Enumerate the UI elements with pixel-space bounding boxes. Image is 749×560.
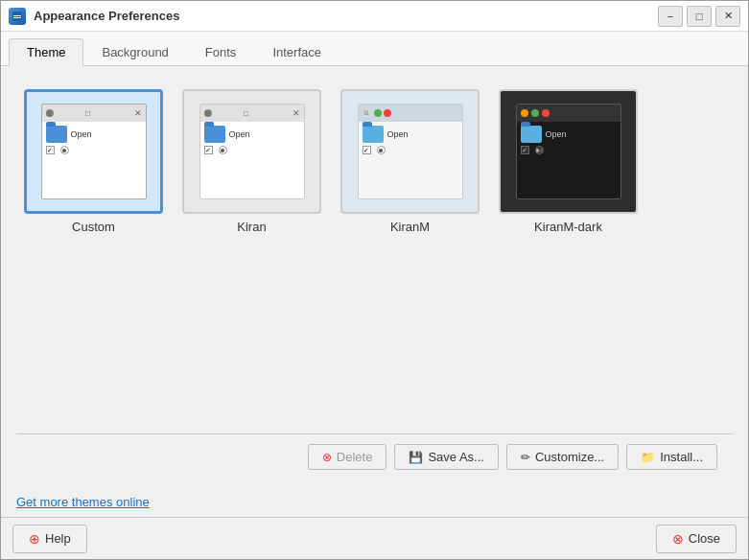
svg-rect-2 [13, 17, 21, 18]
close-label: Close [689, 531, 720, 546]
delete-button[interactable]: ⊗ Delete [308, 444, 387, 470]
delete-icon: ⊗ [322, 451, 332, 464]
tab-interface[interactable]: Interface [254, 38, 339, 66]
install-button[interactable]: 📁 Install... [626, 444, 717, 470]
inner-titlebar-kiranm-dark [517, 105, 620, 122]
themes-grid: ⊠ □ ✕ Open ✓ [16, 82, 733, 242]
mini-radio-kmd [535, 146, 544, 154]
theme-label-kiran: Kiran [237, 220, 266, 234]
edit-icon: ✏ [521, 451, 530, 464]
inner-window-kiranm-dark: Open ✓ [516, 104, 621, 199]
inner-titlebar-custom: ⊠ □ ✕ [42, 105, 146, 122]
tab-theme[interactable]: Theme [9, 38, 83, 66]
save-as-label: Save As... [428, 450, 484, 464]
window-controls: − □ ✕ [658, 6, 740, 27]
mini-radio [60, 146, 69, 154]
maximize-button[interactable]: □ [687, 6, 712, 27]
window-close-button[interactable]: ✕ [715, 6, 740, 27]
install-label: Install... [660, 450, 703, 464]
close-icon: ⊗ [672, 531, 684, 547]
tab-background[interactable]: Background [83, 38, 186, 66]
theme-item-kiranm[interactable]: ⊠ Open ✓ [340, 89, 480, 234]
theme-label-custom: Custom [72, 220, 115, 234]
action-buttons: ⊗ Delete 💾 Save As... ✏ Customize... 📁 I… [308, 444, 717, 470]
title-bar: Appearance Preferences − □ ✕ [1, 1, 748, 32]
help-button[interactable]: ⊕ Help [12, 525, 87, 553]
link-area: Get more themes online [1, 495, 748, 517]
theme-item-kiranm-dark[interactable]: Open ✓ Ki [499, 89, 638, 234]
theme-preview-custom[interactable]: ⊠ □ ✕ Open ✓ [24, 89, 163, 214]
close-button[interactable]: ⊗ Close [656, 525, 737, 553]
theme-item-custom[interactable]: ⊠ □ ✕ Open ✓ [24, 89, 163, 234]
save-icon: 💾 [409, 451, 423, 464]
mini-checkbox-km: ✓ [363, 146, 371, 154]
customize-label: Customize... [535, 450, 604, 464]
delete-label: Delete [337, 450, 373, 464]
help-icon: ⊕ [29, 531, 40, 547]
inner-window-kiranm: ⊠ Open ✓ [358, 104, 463, 199]
save-as-button[interactable]: 💾 Save As... [394, 444, 499, 470]
tabs-bar: Theme Background Fonts Interface [1, 32, 748, 66]
inner-window-kiran: ⊠ □ ✕ Open ✓ [199, 104, 305, 199]
theme-preview-kiranm-dark[interactable]: Open ✓ [499, 89, 638, 214]
inner-titlebar-kiranm: ⊠ [359, 105, 462, 122]
mini-checkbox-k: ✓ [204, 146, 213, 154]
theme-preview-kiran[interactable]: ⊠ □ ✕ Open ✓ [182, 89, 321, 214]
mini-radio-k [219, 146, 227, 154]
get-themes-link[interactable]: Get more themes online [16, 495, 150, 509]
tab-fonts[interactable]: Fonts [187, 38, 255, 66]
minimize-button[interactable]: − [658, 6, 683, 27]
install-icon: 📁 [641, 451, 655, 464]
footer: ⊕ Help ⊗ Close [1, 517, 748, 559]
main-content: ⊠ □ ✕ Open ✓ [1, 66, 748, 495]
mini-checkbox: ✓ [46, 146, 55, 154]
mini-checkbox-kmd: ✓ [521, 146, 529, 154]
help-label: Help [45, 531, 71, 546]
inner-titlebar-kiran: ⊠ □ ✕ [200, 105, 304, 122]
mini-radio-km [377, 146, 386, 154]
theme-preview-kiranm[interactable]: ⊠ Open ✓ [340, 89, 480, 214]
theme-item-kiran[interactable]: ⊠ □ ✕ Open ✓ [182, 89, 321, 234]
svg-rect-1 [13, 15, 21, 16]
action-bar: ⊗ Delete 💾 Save As... ✏ Customize... 📁 I… [16, 433, 733, 479]
inner-window-custom: ⊠ □ ✕ Open ✓ [41, 104, 147, 199]
window-title: Appearance Preferences [34, 9, 658, 23]
theme-label-kiranm: KiranM [390, 220, 430, 234]
main-window: Appearance Preferences − □ ✕ Theme Backg… [0, 0, 749, 560]
app-icon [9, 8, 26, 25]
customize-button[interactable]: ✏ Customize... [506, 444, 619, 470]
theme-label-kiranm-dark: KiranM-dark [534, 220, 602, 234]
